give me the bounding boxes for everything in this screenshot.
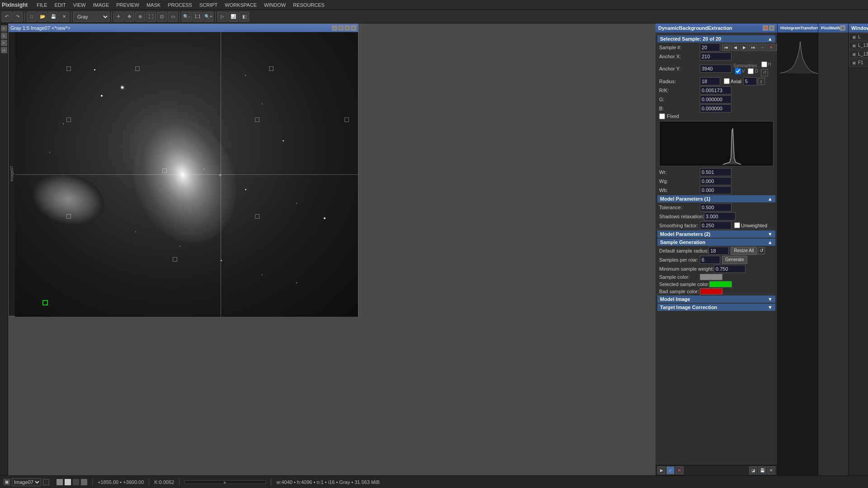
menu-process[interactable]: PROCESS: [164, 1, 196, 9]
min-sample-weight-input[interactable]: [714, 265, 745, 273]
zoom-100-button[interactable]: 1:1: [193, 12, 203, 22]
nav-add-button[interactable]: +: [776, 44, 777, 51]
d-symmetry-checkbox[interactable]: [748, 68, 754, 74]
tool-zoom-fit[interactable]: ⛶: [146, 12, 156, 22]
sample-num-input[interactable]: [700, 43, 720, 52]
sidebar-process-console[interactable]: P: [1, 25, 7, 32]
preview-button[interactable]: ▷: [217, 12, 227, 22]
window-restore[interactable]: □: [338, 25, 344, 31]
selected-sample-color-swatch[interactable]: [709, 281, 732, 287]
close-button[interactable]: ✕: [59, 12, 69, 22]
menu-file[interactable]: FILE: [33, 1, 51, 9]
menu-preview[interactable]: PREVIEW: [113, 1, 143, 9]
tool-move[interactable]: ✥: [124, 12, 134, 22]
sidebar-history-explorer[interactable]: H: [1, 47, 7, 53]
smoothing-input[interactable]: [700, 221, 731, 230]
axial-checkbox[interactable]: [724, 78, 730, 84]
zoom-in-button[interactable]: 🔍+: [203, 12, 213, 22]
samples-per-row-input[interactable]: [700, 256, 720, 264]
tool-crosshair[interactable]: ✛: [113, 12, 123, 22]
panel-view-button[interactable]: ▶: [657, 466, 665, 474]
wg-input[interactable]: [700, 177, 731, 185]
v-symmetry-checkbox[interactable]: [735, 68, 741, 74]
redo-button[interactable]: ↷: [13, 12, 23, 22]
h-symmetry-checkbox[interactable]: [761, 61, 767, 67]
app-title: PixInsight: [2, 2, 28, 8]
unweighted-checkbox[interactable]: [734, 222, 740, 228]
window-item-f1[interactable]: ▣ F1: [849, 59, 868, 66]
radius-input[interactable]: [700, 77, 720, 85]
tool-select[interactable]: ⊕: [135, 12, 145, 22]
axial-value-input[interactable]: [743, 77, 757, 85]
menu-mask[interactable]: MASK: [143, 1, 164, 9]
generate-button[interactable]: Generate: [722, 256, 747, 264]
selected-sample-marker[interactable]: [42, 300, 48, 305]
refresh-button[interactable]: ↺: [758, 247, 765, 254]
color-mode-dropdown[interactable]: Gray RGB: [73, 12, 109, 22]
panel-cancel-button[interactable]: ✕: [675, 466, 684, 474]
screen-transfer-button[interactable]: ◧: [239, 12, 249, 22]
nav-prev-button[interactable]: ◀: [731, 44, 739, 51]
astro-image[interactable]: +: [15, 32, 358, 317]
anchor-x-input[interactable]: [700, 52, 731, 61]
star-10: [296, 203, 297, 204]
sidebar-file-explorer[interactable]: F: [1, 40, 7, 46]
wr-input[interactable]: [700, 168, 731, 176]
menu-edit[interactable]: EDIT: [51, 1, 70, 9]
menu-resources[interactable]: RESOURCES: [289, 1, 328, 9]
nav-delete-button[interactable]: ✕: [767, 44, 775, 51]
tool-zoom-full[interactable]: ⊡: [157, 12, 167, 22]
window-item-l[interactable]: ▣ L: [849, 33, 868, 41]
window-item-l13-5min[interactable]: ▣ L_13_5min: [849, 42, 868, 49]
nav-next-button[interactable]: ▶: [740, 44, 748, 51]
fixed-checkbox[interactable]: [659, 113, 665, 119]
tool-rect[interactable]: ▭: [168, 12, 178, 22]
menu-view[interactable]: VIEW: [70, 1, 90, 9]
pixelmath-close-button[interactable]: ×: [840, 25, 845, 31]
main-toolbar: ↶ ↷ □ 📂 💾 ✕ Gray RGB ✛ ✥ ⊕ ⛶ ⊡ ▭ 🔍- 1:1 …: [0, 10, 868, 23]
axial-arrows-button[interactable]: ↕: [758, 78, 765, 85]
panel-check-button[interactable]: ✓: [666, 466, 675, 474]
zoom-out-button[interactable]: 🔍-: [182, 12, 192, 22]
sample-color-swatch[interactable]: [700, 274, 722, 280]
panel-instance-button[interactable]: ◪: [749, 466, 757, 474]
menu-image[interactable]: IMAGE: [90, 1, 113, 9]
menu-workspace[interactable]: WORKSPACE: [221, 1, 260, 9]
sample-color-label: Sample color:: [659, 274, 700, 280]
undo-button[interactable]: ↶: [2, 12, 12, 22]
r-k-input[interactable]: [700, 86, 731, 94]
anchor-y-input[interactable]: [700, 65, 731, 73]
toolbar-sep-5: [215, 12, 216, 22]
menu-script[interactable]: SCRIPT: [196, 1, 221, 9]
shadows-input[interactable]: [704, 212, 736, 221]
nav-last-button[interactable]: ⏭: [749, 44, 757, 51]
g-input[interactable]: [700, 95, 731, 103]
window-maximize[interactable]: +: [344, 25, 350, 31]
dbe-close-button[interactable]: ×: [769, 25, 774, 31]
panel-save-button[interactable]: 💾: [758, 466, 766, 474]
open-button[interactable]: 📂: [38, 12, 47, 22]
histogram-button[interactable]: 📊: [228, 12, 238, 22]
smoothing-row: Smoothing factor: Unweighted: [657, 221, 775, 230]
window-item-l13-5min-clone[interactable]: ▣ L_13_5min_clone: [849, 50, 868, 58]
symmetry-reset-button[interactable]: ↺: [761, 69, 768, 76]
sample-gen-label: Sample Generation: [660, 239, 705, 245]
tolerance-input[interactable]: [700, 203, 731, 211]
dbe-pin-button[interactable]: 📌: [763, 25, 768, 31]
window-close[interactable]: ×: [351, 25, 356, 31]
v-symmetry-label: V: [735, 68, 745, 74]
image-selector-dropdown[interactable]: Image07: [12, 478, 41, 486]
wb-input[interactable]: [700, 186, 731, 194]
nav-first-button[interactable]: ⏮: [722, 44, 730, 51]
b-input[interactable]: [700, 104, 731, 113]
new-button[interactable]: □: [27, 12, 37, 22]
bad-sample-color-swatch[interactable]: [700, 288, 722, 295]
save-button[interactable]: 💾: [48, 12, 58, 22]
sidebar-script-editor[interactable]: S: [1, 33, 7, 39]
panel-close-btn[interactable]: ✕: [767, 466, 775, 474]
menu-window[interactable]: WINDOW: [260, 1, 289, 9]
default-sample-radius-input[interactable]: [708, 247, 729, 255]
nav-forward-button[interactable]: →: [758, 44, 766, 51]
window-minimize[interactable]: −: [332, 25, 337, 31]
resize-all-button[interactable]: Resize All: [731, 247, 757, 255]
